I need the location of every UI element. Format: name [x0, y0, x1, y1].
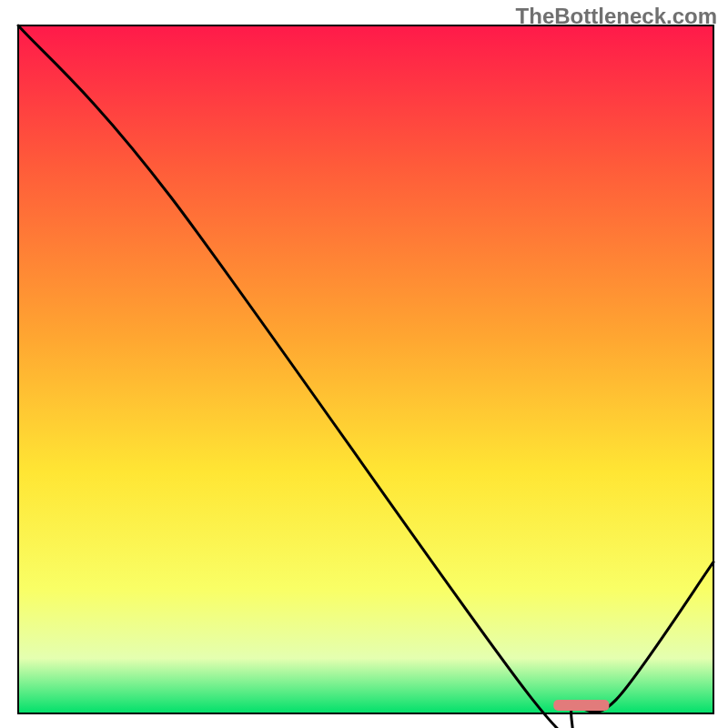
- bottleneck-chart: [0, 0, 728, 728]
- chart-container: { "watermark": "TheBottleneck.com", "cha…: [0, 0, 728, 728]
- watermark-text: TheBottleneck.com: [516, 4, 717, 29]
- optimal-marker: [553, 700, 609, 711]
- gradient-background: [18, 25, 713, 713]
